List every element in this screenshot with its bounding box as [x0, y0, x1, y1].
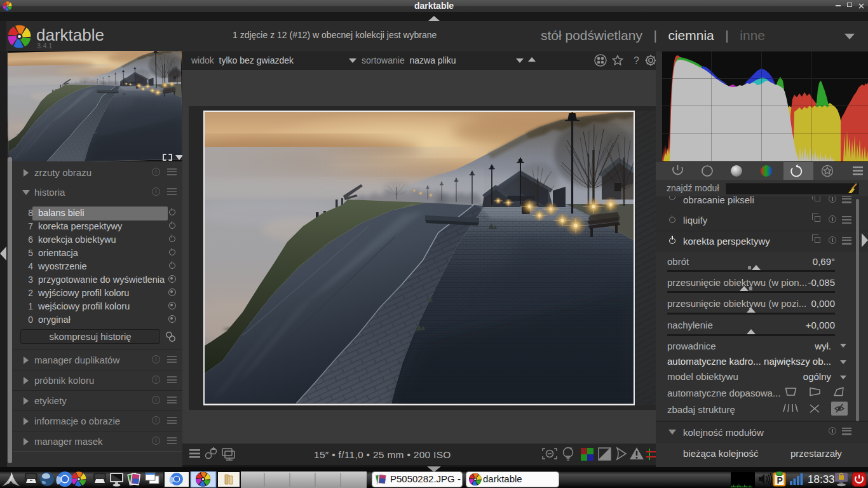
svg-text:darktable: darktable — [483, 473, 522, 484]
svg-text:P: P — [777, 475, 783, 485]
svg-text:?: ? — [634, 55, 639, 66]
svg-text:P5050282.JPG - ...: P5050282.JPG - ... — [390, 473, 471, 484]
svg-text:18:33: 18:33 — [808, 473, 835, 485]
